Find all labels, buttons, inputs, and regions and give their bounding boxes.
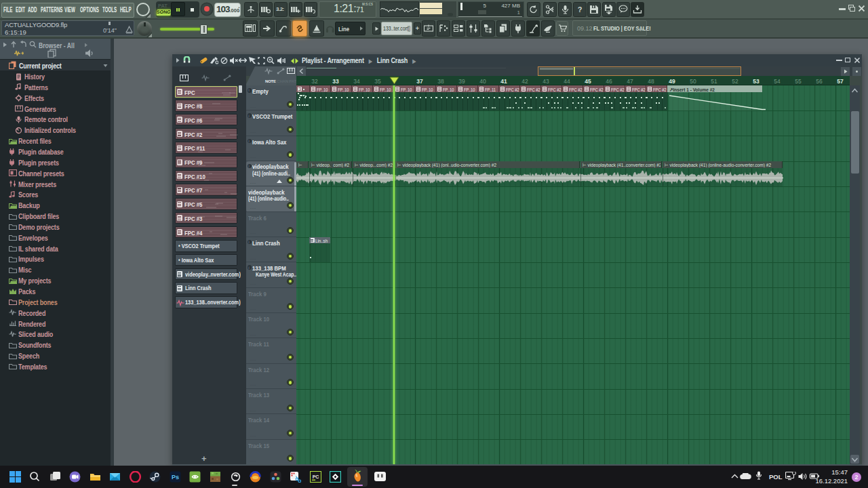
svg-text:PC: PC (312, 474, 319, 479)
svg-text:Ps: Ps (172, 474, 179, 481)
